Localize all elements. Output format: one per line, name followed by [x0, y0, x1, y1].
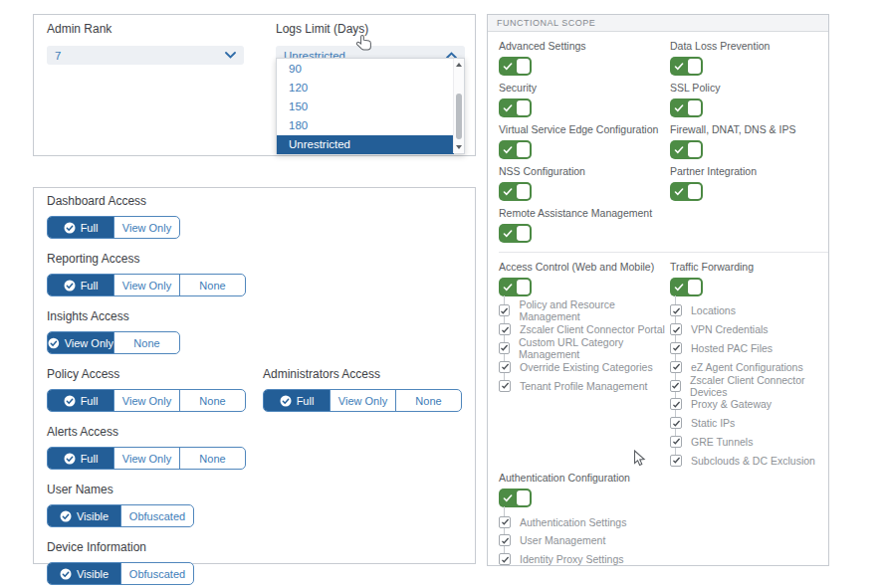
device-information-section: Device InformationVisibleObfuscated	[47, 540, 462, 585]
toggle-switch[interactable]	[499, 278, 532, 296]
toggle-switch[interactable]	[499, 140, 532, 159]
admin-rank-select[interactable]: 7	[47, 46, 244, 65]
segment-option-visible[interactable]: Visible	[48, 505, 120, 526]
toggle-label-remote-assistance-management: Remote Assistance Management	[499, 207, 670, 219]
check-icon	[503, 62, 513, 72]
check-circle-icon	[60, 510, 72, 522]
toggle-knob	[517, 184, 530, 199]
check-icon	[672, 419, 681, 428]
segment-option-full[interactable]: Full	[48, 275, 113, 295]
checkbox-item: Subclouds & DC Exclusion	[670, 451, 829, 470]
segment-option-none[interactable]: None	[395, 390, 461, 411]
checkbox-override-existing-categories[interactable]	[499, 361, 511, 373]
toggle-switch[interactable]	[499, 224, 532, 243]
segmented-control: VisibleObfuscated	[47, 562, 194, 585]
checkbox-label: Zscaler Client Connector Devices	[690, 374, 829, 398]
segment-option-full[interactable]: Full	[48, 448, 113, 469]
functional-scope-body: Advanced SettingsData Loss PreventionSec…	[488, 32, 828, 566]
segmented-control: FullView OnlyNone	[47, 389, 246, 412]
toggle-knob	[517, 280, 530, 294]
access-section-label: Device Information	[47, 540, 462, 554]
check-icon	[501, 536, 510, 545]
check-icon	[503, 493, 513, 503]
check-icon	[501, 325, 510, 334]
checkbox-static-ips[interactable]	[670, 417, 682, 429]
checkbox-label: Override Existing Categories	[520, 361, 653, 373]
segment-option-view-only[interactable]: View Only	[113, 390, 179, 411]
segment-option-full[interactable]: Full	[48, 390, 113, 411]
toggle-switch[interactable]	[670, 278, 703, 296]
toggle-switch[interactable]	[499, 182, 532, 201]
admin-rank-field: Admin Rank 7	[47, 22, 244, 65]
segment-option-none[interactable]: None	[179, 390, 245, 411]
dropdown-scrollbar[interactable]	[453, 59, 464, 153]
dropdown-option-unrestricted[interactable]: Unrestricted	[277, 135, 454, 154]
toggle-label-virtual-service-edge-configuration: Virtual Service Edge Configuration	[499, 123, 670, 135]
checkbox-zscaler-client-connector-devices[interactable]	[670, 380, 681, 392]
checkbox-item: VPN Credentials	[670, 320, 829, 339]
dropdown-option-150[interactable]: 150	[277, 98, 454, 116]
segment-option-view-only[interactable]: View Only	[330, 390, 395, 411]
segment-option-full[interactable]: Full	[264, 390, 330, 411]
segment-option-view-only[interactable]: View Only	[48, 332, 113, 353]
checkbox-vpn-credentials[interactable]	[670, 323, 682, 335]
checkbox-authentication-settings[interactable]	[499, 516, 511, 528]
segment-option-visible[interactable]: Visible	[48, 563, 120, 584]
toggle-label-data-loss-prevention: Data Loss Prevention	[670, 40, 829, 52]
toggle-switch[interactable]	[499, 57, 532, 76]
scrollbar-up-arrow-icon[interactable]	[456, 63, 462, 67]
checkbox-identity-proxy-settings[interactable]	[499, 553, 511, 565]
toggle-label-nss-configuration: NSS Configuration	[499, 165, 670, 177]
checkbox-gre-tunnels[interactable]	[670, 436, 682, 448]
checkbox-subclouds-dc-exclusion[interactable]	[670, 455, 682, 467]
checkbox-tenant-profile-management[interactable]	[499, 380, 511, 392]
check-circle-icon	[64, 453, 76, 465]
segment-label: Full	[81, 222, 99, 234]
segment-option-none[interactable]: None	[179, 448, 245, 469]
toggle-switch[interactable]	[670, 140, 703, 159]
segment-option-none[interactable]: None	[179, 275, 245, 295]
dashboard-access-section: Dashboard AccessFullView Only	[47, 194, 462, 239]
group-label: Access Control (Web and Mobile)	[499, 261, 670, 273]
check-icon	[674, 103, 684, 113]
segment-option-none[interactable]: None	[113, 332, 179, 353]
checkbox-zscaler-client-connector-portal[interactable]	[499, 323, 511, 335]
checkbox-ez-agent-configurations[interactable]	[670, 361, 682, 373]
checkbox-item: GRE Tunnels	[670, 433, 829, 452]
check-icon	[503, 187, 513, 197]
segment-option-view-only[interactable]: View Only	[113, 275, 179, 295]
toggle-switch[interactable]	[670, 98, 703, 117]
checkbox-hosted-pac-files[interactable]	[670, 342, 682, 354]
dropdown-option-180[interactable]: 180	[277, 116, 454, 135]
segment-option-view-only[interactable]: View Only	[113, 448, 179, 469]
segment-label: Visible	[77, 510, 109, 522]
segment-option-obfuscated[interactable]: Obfuscated	[120, 563, 193, 584]
segment-option-view-only[interactable]: View Only	[113, 217, 179, 238]
checkbox-label: VPN Credentials	[691, 323, 769, 335]
dropdown-option-90[interactable]: 90	[277, 60, 454, 79]
checkbox-user-management[interactable]	[499, 534, 511, 546]
toggle-switch[interactable]	[499, 489, 532, 507]
checkbox-policy-and-resource-management[interactable]	[499, 304, 510, 316]
checkbox-locations[interactable]	[670, 304, 682, 316]
checkbox-item: Policy and Resource Management	[499, 301, 670, 320]
scope-toggle-cell	[670, 207, 829, 249]
checkbox-proxy-gateway[interactable]	[670, 398, 682, 410]
scrollbar-thumb[interactable]	[456, 94, 462, 139]
logs-limit-dropdown-menu: 90120150180Unrestricted	[276, 58, 465, 154]
scope-group-traffic-forwarding: Traffic ForwardingLocationsVPN Credentia…	[670, 261, 829, 472]
toggle-switch[interactable]	[670, 57, 703, 76]
policy-admin-row: Policy AccessFullView OnlyNone Administr…	[47, 367, 462, 425]
dropdown-option-120[interactable]: 120	[277, 79, 454, 98]
checkbox-item: Identity Proxy Settings	[499, 550, 670, 566]
toggle-switch[interactable]	[499, 98, 532, 117]
segment-option-full[interactable]: Full	[48, 217, 113, 238]
scrollbar-down-arrow-icon[interactable]	[456, 145, 462, 149]
toggle-switch[interactable]	[670, 182, 703, 201]
checkbox-custom-url-category-management[interactable]	[499, 342, 510, 354]
check-icon	[674, 187, 684, 197]
segment-label: Full	[81, 395, 99, 407]
checkbox-item: User Management	[499, 531, 670, 550]
check-circle-icon	[48, 337, 60, 349]
segment-option-obfuscated[interactable]: Obfuscated	[120, 505, 193, 526]
